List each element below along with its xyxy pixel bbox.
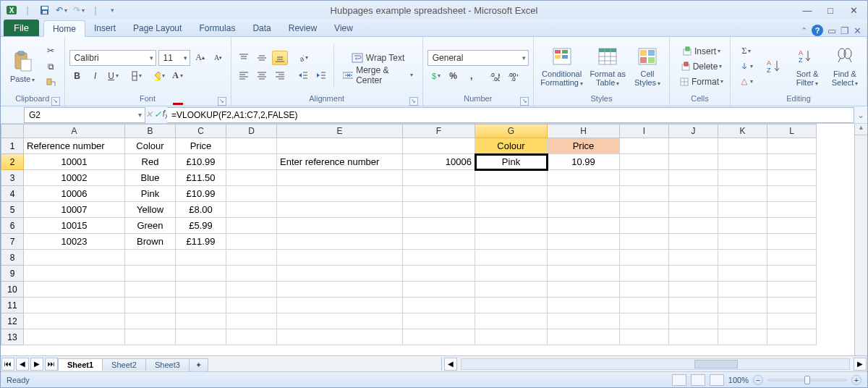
fill-button[interactable]: [735, 59, 758, 74]
col-header-L[interactable]: L: [767, 124, 817, 138]
zoom-slider[interactable]: [767, 379, 847, 381]
cell-H12[interactable]: [548, 313, 620, 329]
sort-filter-top-button[interactable]: AZ: [761, 41, 787, 93]
cell-G12[interactable]: [475, 313, 548, 329]
cell-A11[interactable]: [24, 298, 125, 313]
cell-F4[interactable]: [403, 186, 475, 202]
hscroll-right-icon[interactable]: ▶: [854, 358, 867, 371]
cell-J3[interactable]: [669, 170, 718, 186]
cell-I12[interactable]: [620, 313, 669, 329]
format-as-table-button[interactable]: Format as Table: [588, 41, 627, 93]
align-right-icon[interactable]: [272, 68, 288, 83]
insert-cells-button[interactable]: Insert: [674, 44, 728, 59]
cell-I8[interactable]: [620, 250, 669, 266]
format-cells-button[interactable]: Format: [674, 75, 728, 89]
row-header-10[interactable]: 10: [1, 282, 24, 298]
cell-B5[interactable]: Yellow: [125, 202, 176, 218]
cell-B13[interactable]: [125, 329, 176, 345]
cell-D3[interactable]: [226, 170, 277, 186]
cell-H8[interactable]: [548, 250, 620, 266]
row-header-1[interactable]: 1: [1, 138, 24, 154]
tab-insert[interactable]: Insert: [85, 20, 124, 36]
cell-A9[interactable]: [24, 266, 125, 282]
cell-D10[interactable]: [226, 282, 277, 298]
cell-D1[interactable]: [226, 138, 277, 154]
cell-G7[interactable]: [475, 234, 548, 250]
cell-J1[interactable]: [669, 138, 718, 154]
cell-E11[interactable]: [277, 298, 403, 313]
cell-L7[interactable]: [767, 234, 817, 250]
col-header-D[interactable]: D: [226, 124, 277, 138]
cell-B3[interactable]: Blue: [125, 170, 176, 186]
cell-A1[interactable]: Reference number: [24, 138, 125, 154]
cell-E10[interactable]: [277, 282, 403, 298]
cell-D8[interactable]: [226, 250, 277, 266]
cell-F8[interactable]: [403, 250, 475, 266]
cell-C10[interactable]: [176, 282, 226, 298]
cell-I1[interactable]: [620, 138, 669, 154]
cell-K12[interactable]: [718, 313, 767, 329]
cell-E3[interactable]: [277, 170, 403, 186]
cell-H6[interactable]: [548, 218, 620, 234]
tab-view[interactable]: View: [326, 20, 362, 36]
cell-J12[interactable]: [669, 313, 718, 329]
cell-G6[interactable]: [475, 218, 548, 234]
maximize-button[interactable]: □: [820, 3, 841, 17]
horizontal-scrollbar[interactable]: [461, 358, 850, 370]
cell-K10[interactable]: [718, 282, 767, 298]
cell-L8[interactable]: [767, 250, 817, 266]
cell-E1[interactable]: [277, 138, 403, 154]
fill-color-icon[interactable]: [152, 69, 168, 83]
cell-L9[interactable]: [767, 266, 817, 282]
col-header-G[interactable]: G: [475, 124, 548, 138]
cell-F13[interactable]: [403, 329, 475, 345]
cell-D13[interactable]: [226, 329, 277, 345]
increase-decimal-icon[interactable]: .0.00: [487, 69, 503, 83]
row-header-12[interactable]: 12: [1, 313, 24, 329]
cell-I3[interactable]: [620, 170, 669, 186]
cell-H1[interactable]: Price: [548, 138, 620, 154]
cell-F9[interactable]: [403, 266, 475, 282]
formula-expand-icon[interactable]: ⌄: [854, 110, 867, 120]
view-layout-icon[interactable]: [691, 374, 705, 386]
cell-K9[interactable]: [718, 266, 767, 282]
col-header-B[interactable]: B: [125, 124, 176, 138]
align-center-icon[interactable]: [254, 68, 270, 83]
cell-A12[interactable]: [24, 313, 125, 329]
cell-A8[interactable]: [24, 250, 125, 266]
indent-icon[interactable]: [313, 68, 329, 83]
cell-K3[interactable]: [718, 170, 767, 186]
cell-E6[interactable]: [277, 218, 403, 234]
cell-E8[interactable]: [277, 250, 403, 266]
cell-G4[interactable]: [475, 186, 548, 202]
cell-E2[interactable]: Enter reference number: [277, 154, 403, 170]
cell-A5[interactable]: 10007: [24, 202, 125, 218]
cell-F2[interactable]: 10006: [403, 154, 475, 170]
cell-H11[interactable]: [548, 298, 620, 313]
merge-center-button[interactable]: Merge & Center: [338, 68, 417, 83]
cell-I11[interactable]: [620, 298, 669, 313]
cell-E12[interactable]: [277, 313, 403, 329]
cell-L2[interactable]: [767, 154, 817, 170]
cell-K7[interactable]: [718, 234, 767, 250]
wb-minimize-icon[interactable]: ▭: [827, 25, 836, 36]
cell-H10[interactable]: [548, 282, 620, 298]
fx-icon[interactable]: ✕✓ fx: [147, 109, 167, 120]
cell-E5[interactable]: [277, 202, 403, 218]
cell-F3[interactable]: [403, 170, 475, 186]
cell-J9[interactable]: [669, 266, 718, 282]
cell-A6[interactable]: 10015: [24, 218, 125, 234]
tab-home[interactable]: Home: [43, 20, 85, 37]
cell-B4[interactable]: Pink: [125, 186, 176, 202]
col-header-A[interactable]: A: [24, 124, 125, 138]
cell-H2[interactable]: 10.99: [548, 154, 620, 170]
orientation-icon[interactable]: ab: [295, 51, 311, 65]
align-middle-icon[interactable]: [254, 51, 270, 65]
new-sheet-icon[interactable]: ✦: [189, 358, 208, 371]
col-header-E[interactable]: E: [277, 124, 403, 138]
row-header-7[interactable]: 7: [1, 234, 24, 250]
number-format-combo[interactable]: General: [427, 50, 529, 66]
grow-font-icon[interactable]: A▴: [192, 51, 208, 65]
cell-A3[interactable]: 10002: [24, 170, 125, 186]
cell-I13[interactable]: [620, 329, 669, 345]
